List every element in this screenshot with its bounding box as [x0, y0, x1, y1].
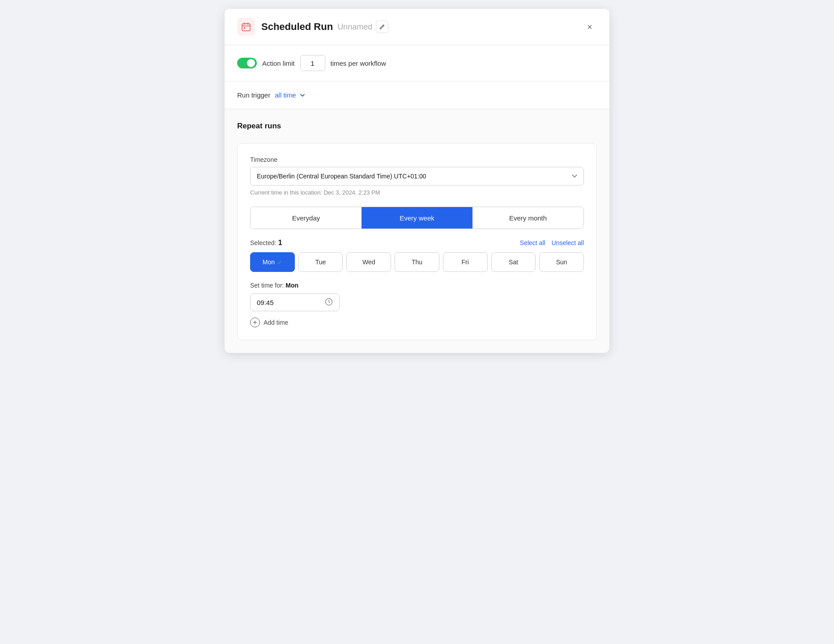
svg-rect-1	[244, 27, 245, 29]
tab-everyday[interactable]: Everyday	[251, 207, 362, 229]
repeat-runs-card: Timezone Europe/Berlin (Central European…	[237, 143, 597, 340]
timezone-label: Timezone	[250, 156, 584, 163]
timezone-select[interactable]: Europe/Berlin (Central European Standard…	[250, 167, 584, 186]
modal-header: Scheduled Run Unnamed ×	[225, 9, 609, 45]
run-trigger-dropdown[interactable]: all time	[275, 91, 306, 99]
action-limit-toggle[interactable]	[237, 58, 257, 68]
run-trigger-row: Run trigger all time	[237, 91, 597, 99]
tab-every-week[interactable]: Every week	[362, 207, 472, 229]
day-label-wed: Wed	[362, 258, 375, 266]
action-limit-section: Action limit times per workflow	[225, 45, 609, 81]
close-button[interactable]: ×	[583, 20, 597, 34]
repeat-runs-title: Repeat runs	[237, 122, 597, 131]
selected-info: Selected: 1	[250, 239, 282, 247]
run-trigger-label: Run trigger	[237, 91, 270, 99]
day-button-fri[interactable]: Fri	[443, 252, 488, 272]
clock-icon	[325, 298, 333, 307]
selected-count: 1	[278, 239, 282, 246]
select-all-button[interactable]: Select all	[520, 239, 545, 246]
day-button-sat[interactable]: Sat	[491, 252, 536, 272]
timezone-hint: Current time in this location: Dec 3, 20…	[250, 189, 584, 196]
action-limit-row: Action limit times per workflow	[237, 55, 597, 71]
set-time-day: Mon	[285, 282, 298, 289]
svg-rect-0	[242, 24, 250, 31]
action-limit-input[interactable]	[300, 55, 325, 71]
day-label-mon: Mon	[263, 258, 275, 266]
set-time-label: Set time for: Mon	[250, 282, 584, 289]
time-input-wrapper[interactable]: 09:45	[250, 293, 340, 311]
edit-button[interactable]	[376, 21, 388, 33]
times-per-workflow-label: times per workflow	[331, 59, 386, 67]
tab-every-month[interactable]: Every month	[472, 207, 583, 229]
repeat-runs-section: Repeat runs Timezone Europe/Berlin (Cent…	[225, 109, 609, 353]
selected-row: Selected: 1 Select all Unselect all	[250, 239, 584, 247]
day-check-mon: ✓	[277, 259, 282, 266]
day-button-wed[interactable]: Wed	[346, 252, 391, 272]
day-button-mon[interactable]: Mon ✓	[250, 252, 295, 272]
day-label-tue: Tue	[315, 258, 326, 266]
time-value: 09:45	[257, 299, 274, 306]
day-button-thu[interactable]: Thu	[395, 252, 439, 272]
day-button-sun[interactable]: Sun	[539, 252, 584, 272]
frequency-tabs: Everyday Every week Every month	[250, 207, 584, 229]
add-time-button[interactable]: + Add time	[250, 318, 288, 327]
chevron-down-icon	[299, 92, 306, 99]
toggle-thumb	[247, 59, 255, 67]
day-label-thu: Thu	[412, 258, 422, 266]
calendar-icon	[237, 18, 255, 36]
time-input-row: 09:45	[250, 293, 584, 311]
day-label-sat: Sat	[509, 258, 518, 266]
select-actions: Select all Unselect all	[520, 239, 584, 246]
modal-unnamed: Unnamed	[337, 22, 372, 32]
days-row: Mon ✓ Tue Wed Thu Fri Sat	[250, 252, 584, 272]
day-label-sun: Sun	[556, 258, 567, 266]
add-time-icon: +	[250, 318, 260, 327]
day-label-fri: Fri	[462, 258, 469, 266]
add-time-label: Add time	[264, 319, 288, 326]
unselect-all-button[interactable]: Unselect all	[552, 239, 584, 246]
action-limit-label: Action limit	[262, 59, 295, 67]
scheduled-run-modal: Scheduled Run Unnamed × Action limit tim…	[225, 9, 609, 353]
run-trigger-section: Run trigger all time	[225, 81, 609, 109]
day-button-tue[interactable]: Tue	[298, 252, 343, 272]
modal-title: Scheduled Run	[261, 21, 333, 33]
trigger-value: all time	[275, 91, 296, 99]
selected-label: Selected:	[250, 239, 276, 246]
